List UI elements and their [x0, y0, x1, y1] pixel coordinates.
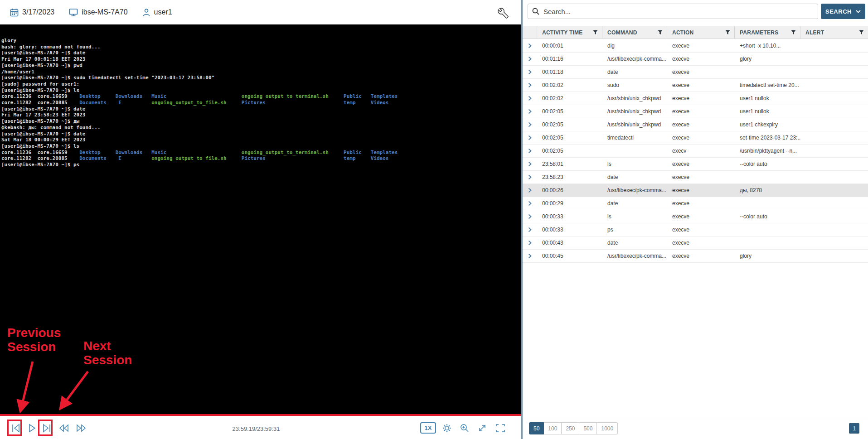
chevron-right-icon	[528, 174, 532, 180]
row-expander[interactable]	[523, 39, 537, 52]
cell-command	[602, 145, 667, 157]
table-row[interactable]: 00:00:01digexecve+short -x 10.10...	[523, 39, 868, 53]
row-expander[interactable]	[523, 210, 537, 223]
row-expander[interactable]	[523, 158, 537, 170]
row-expander[interactable]	[523, 131, 537, 144]
table-row[interactable]: 00:01:18dateexecve	[523, 66, 868, 79]
filter-funnel-icon[interactable]	[791, 30, 796, 35]
terminal-screen: glorybash: glory: command not found...[u…	[0, 24, 521, 414]
row-expander[interactable]	[523, 145, 537, 157]
terminal-line: Fri Mar 17 23:58:23 EET 2023	[1, 112, 521, 118]
row-expander[interactable]	[523, 171, 537, 183]
cell-alert	[800, 118, 868, 131]
terminal-line: [user1@ibse-MS-7A70 ~]$ pwd	[1, 63, 521, 69]
cell-command: /usr/libexec/pk-comma...	[602, 184, 667, 197]
row-expander[interactable]	[523, 184, 537, 197]
row-expander[interactable]	[523, 223, 537, 236]
table-row[interactable]: 00:02:05/usr/sbin/unix_chkpwdexecveuser1…	[523, 118, 868, 131]
filter-funnel-icon[interactable]	[859, 30, 864, 35]
page-size-1000[interactable]: 1000	[597, 422, 618, 434]
wrench-icon	[498, 8, 509, 19]
table-row[interactable]: 00:02:02/usr/sbin/unix_chkpwdexecveuser1…	[523, 92, 868, 105]
cell-command: ps	[602, 223, 667, 236]
rewind-button[interactable]	[58, 423, 69, 433]
zoom-in-button[interactable]	[459, 423, 470, 433]
column-header-command[interactable]: COMMAND	[602, 26, 667, 39]
fast-forward-button[interactable]	[75, 423, 86, 433]
gear-icon	[441, 423, 452, 433]
rewind-icon	[58, 423, 70, 433]
cell-alert	[800, 210, 868, 223]
table-row[interactable]: 00:00:45/usr/libexec/pk-comma...execvegl…	[523, 250, 868, 263]
play-icon	[27, 423, 38, 433]
cell-action: execve	[667, 131, 735, 144]
chevron-right-icon	[528, 109, 532, 114]
cell-parameters: user1 nullok	[735, 92, 800, 105]
table-row[interactable]: 00:01:16/usr/libexec/pk-comma...execvegl…	[523, 53, 868, 66]
search-input[interactable]	[528, 4, 818, 19]
playback-settings-button[interactable]	[441, 423, 452, 433]
fullscreen-button[interactable]	[495, 423, 505, 433]
chevron-right-icon	[528, 201, 532, 206]
cell-alert	[800, 131, 868, 144]
table-row[interactable]: 00:00:33lsexecve--color auto	[523, 210, 868, 223]
page-size-500[interactable]: 500	[579, 422, 597, 434]
table-row[interactable]: 23:58:01lsexecve--color auto	[523, 158, 868, 171]
row-expander[interactable]	[523, 197, 537, 210]
row-expander[interactable]	[523, 105, 537, 118]
row-expander[interactable]	[523, 92, 537, 105]
chevron-right-icon	[528, 69, 532, 75]
fit-to-screen-button[interactable]	[477, 423, 488, 433]
cell-parameters: --color auto	[735, 158, 800, 170]
terminal-line: Fri Mar 17 00:01:18 EET 2023	[1, 56, 521, 63]
cell-command: /usr/sbin/unix_chkpwd	[602, 92, 667, 105]
settings-wrench-button[interactable]	[498, 8, 509, 19]
expander-column-header	[523, 26, 537, 39]
filter-funnel-icon[interactable]	[658, 30, 663, 35]
table-row[interactable]: 00:02:05timedatectlexecveset-time 2023-0…	[523, 131, 868, 145]
column-header-parameters[interactable]: PARAMETERS	[735, 26, 800, 39]
row-expander[interactable]	[523, 236, 537, 249]
session-date-value: 3/17/2023	[22, 8, 54, 16]
cell-alert	[800, 145, 868, 157]
row-expander[interactable]	[523, 66, 537, 78]
cell-action: execve	[667, 223, 735, 236]
column-header-action[interactable]: ACTION	[667, 26, 735, 39]
row-expander[interactable]	[523, 118, 537, 131]
table-header: ACTIVITY TIME COMMAND ACTION PARAMETERS …	[523, 26, 868, 39]
cell-action: execve	[667, 53, 735, 65]
search-button[interactable]: SEARCH	[821, 4, 865, 19]
chevron-right-icon	[528, 56, 532, 62]
table-row[interactable]: 00:00:26/usr/libexec/pk-comma...execveды…	[523, 184, 868, 197]
table-row[interactable]: 00:00:33psexecve	[523, 223, 868, 236]
page-number-badge[interactable]: 1	[849, 423, 859, 434]
table-row[interactable]: 00:00:29dateexecve	[523, 197, 868, 210]
cell-parameters	[735, 223, 800, 236]
page-size-100[interactable]: 100	[544, 422, 562, 434]
filter-funnel-icon[interactable]	[593, 30, 598, 35]
terminal-line: bash: glory: command not found...	[1, 44, 521, 50]
calendar-icon	[10, 8, 19, 17]
cell-action: execve	[667, 118, 735, 131]
row-expander[interactable]	[523, 250, 537, 262]
row-expander[interactable]	[523, 53, 537, 65]
playback-speed-button[interactable]: 1X	[420, 422, 436, 434]
column-header-alert[interactable]: ALERT	[800, 26, 868, 39]
table-row[interactable]: 00:02:02sudoexecvetimedatectl set-time 2…	[523, 79, 868, 92]
table-row[interactable]: 23:58:23dateexecve	[523, 171, 868, 184]
table-row[interactable]: 00:02:05execv/usr/bin/pkttyagent --n...	[523, 145, 868, 158]
chevron-right-icon	[528, 253, 532, 259]
page-size-50[interactable]: 50	[529, 422, 544, 434]
filter-funnel-icon[interactable]	[725, 30, 730, 35]
session-date: 3/17/2023	[10, 8, 54, 17]
play-button[interactable]	[27, 423, 38, 433]
table-footer: 501002505001000 1	[523, 417, 868, 439]
session-host: ibse-MS-7A70	[69, 8, 127, 17]
table-row[interactable]: 00:00:43dateexecve	[523, 236, 868, 250]
cell-command: sudo	[602, 79, 667, 92]
cell-parameters: +short -x 10.10...	[735, 39, 800, 52]
column-header-activity-time[interactable]: ACTIVITY TIME	[537, 26, 602, 39]
row-expander[interactable]	[523, 79, 537, 92]
table-row[interactable]: 00:02:05/usr/sbin/unix_chkpwdexecveuser1…	[523, 105, 868, 118]
page-size-250[interactable]: 250	[562, 422, 579, 434]
